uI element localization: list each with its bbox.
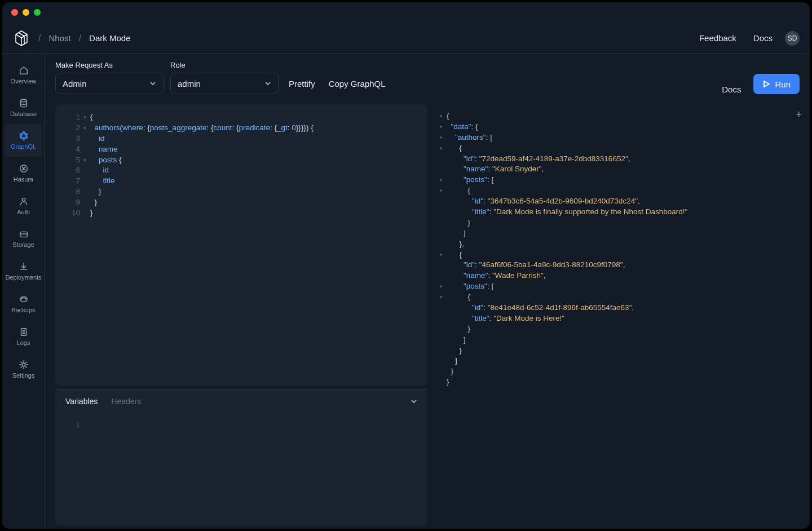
- fold-icon[interactable]: ▾: [440, 187, 444, 194]
- line-number: 6: [64, 165, 80, 176]
- play-icon: [762, 80, 770, 88]
- chevron-down-icon: [264, 80, 271, 87]
- code-line: ▾ {: [440, 250, 796, 260]
- graphql-icon: [19, 131, 29, 141]
- copy-graphql-button[interactable]: Copy GraphQL: [325, 73, 389, 94]
- role-value: admin: [178, 79, 201, 88]
- code-line: ▾ "authors": [: [440, 132, 796, 143]
- sidebar-item-label: GraphQL: [11, 143, 36, 150]
- code-line: 5▾ posts {: [64, 155, 418, 166]
- sidebar-item-label: Backups: [11, 307, 35, 313]
- code-line: "name": "Wade Parrish",: [440, 271, 796, 281]
- fold-icon[interactable]: ▾: [440, 145, 444, 152]
- svg-point-0: [20, 99, 27, 102]
- code-line: 9 }: [64, 197, 418, 208]
- deployments-icon: [19, 262, 29, 272]
- feedback-link[interactable]: Feedback: [699, 33, 736, 43]
- docs-link[interactable]: Docs: [753, 33, 773, 43]
- code-line: "title": "Dark Mode is Here!": [440, 313, 796, 324]
- fold-icon[interactable]: ▾: [440, 113, 444, 120]
- sidebar-item-label: Auth: [17, 209, 30, 215]
- fold-icon[interactable]: ▾: [440, 134, 444, 141]
- variables-tab[interactable]: Variables: [65, 397, 98, 406]
- sidebar-item-overview[interactable]: Overview: [2, 59, 45, 91]
- code-line: ▾ {: [440, 292, 796, 303]
- role-select[interactable]: admin: [170, 73, 279, 94]
- response-viewer[interactable]: + ▾{▾ "data": {▾ "authors": [▾ { "id": "…: [431, 101, 810, 529]
- code-line: "id": "72dead59-af42-4189-a37e-2dbd83316…: [440, 154, 796, 165]
- prettify-button[interactable]: Prettify: [285, 73, 319, 94]
- code-line: 3 id: [64, 134, 418, 144]
- maximize-window-icon[interactable]: [34, 9, 41, 16]
- breadcrumb-org[interactable]: Nhost: [48, 33, 70, 43]
- code-line: ▾ "data": {: [440, 122, 796, 132]
- code-line: "id": "3647b3c6-54a5-4d2b-9609-bd240d73d…: [440, 196, 796, 207]
- headers-tab[interactable]: Headers: [111, 397, 141, 406]
- auth-icon: [19, 196, 29, 206]
- sidebar-item-database[interactable]: Database: [2, 91, 45, 124]
- user-avatar[interactable]: SD: [785, 31, 800, 46]
- sidebar-item-graphql[interactable]: GraphQL: [5, 124, 42, 157]
- code-line: ▾ {: [440, 143, 796, 154]
- sidebar-item-label: Storage: [12, 241, 34, 248]
- code-line: 8 }: [64, 187, 418, 197]
- query-column: 1▾{2▾ authors(where: {posts_aggregate: {…: [52, 101, 431, 529]
- topbar: / Nhost / Dark Mode Feedback Docs SD: [2, 23, 810, 54]
- line-number: 5: [64, 155, 80, 166]
- add-tab-icon[interactable]: +: [796, 108, 802, 122]
- chevron-down-icon[interactable]: [411, 398, 417, 405]
- fold-icon[interactable]: ▾: [83, 114, 88, 121]
- code-line: ]: [440, 335, 796, 346]
- database-icon: [19, 98, 29, 108]
- fold-icon[interactable]: ▾: [440, 294, 444, 301]
- breadcrumb-project[interactable]: Dark Mode: [89, 33, 130, 43]
- settings-icon: [19, 360, 29, 370]
- run-button[interactable]: Run: [753, 74, 800, 94]
- fold-icon[interactable]: ▾: [83, 157, 88, 164]
- sidebar-item-hasura[interactable]: Hasura: [2, 157, 45, 189]
- logs-icon: [19, 327, 29, 337]
- variables-editor[interactable]: 1: [55, 413, 427, 525]
- sidebar-item-logs[interactable]: Logs: [2, 320, 45, 353]
- close-window-icon[interactable]: [11, 9, 18, 16]
- breadcrumb-sep: /: [38, 33, 41, 43]
- docs-explorer-link[interactable]: Docs: [722, 85, 741, 94]
- line-number: 2: [64, 123, 80, 134]
- sidebar-item-backups[interactable]: Backups: [2, 287, 45, 320]
- run-button-label: Run: [775, 79, 791, 89]
- storage-icon: [19, 229, 29, 239]
- code-line: ▾ "posts": [: [440, 175, 796, 185]
- fold-icon[interactable]: ▾: [440, 176, 444, 184]
- code-line: ▾ {: [440, 185, 796, 196]
- code-line: "id": "46af6f06-5ba1-4a9c-9dd3-88210c9f0…: [440, 260, 796, 271]
- code-line: 4 name: [64, 144, 418, 155]
- line-number: 4: [64, 144, 80, 155]
- app-frame: / Nhost / Dark Mode Feedback Docs SD Ove…: [2, 2, 810, 529]
- make-request-as-select[interactable]: Admin: [55, 73, 164, 94]
- line-number: 1: [64, 421, 80, 429]
- role-label: Role: [170, 61, 279, 69]
- window-titlebar: [2, 2, 810, 23]
- fold-icon[interactable]: ▾: [83, 125, 88, 132]
- graphql-toolbar: Make Request As Admin Role admin Prettif…: [45, 54, 810, 101]
- line-number: 8: [64, 187, 80, 197]
- fold-icon[interactable]: ▾: [440, 283, 444, 290]
- sidebar-item-deployments[interactable]: Deployments: [2, 255, 45, 287]
- fold-icon[interactable]: ▾: [440, 123, 444, 131]
- code-line: },: [440, 239, 796, 250]
- nhost-logo-icon[interactable]: [12, 29, 30, 47]
- svg-point-12: [22, 363, 25, 366]
- sidebar-item-auth[interactable]: Auth: [2, 189, 45, 222]
- fold-icon[interactable]: ▾: [440, 251, 444, 259]
- make-request-as-label: Make Request As: [55, 61, 164, 69]
- sidebar: OverviewDatabaseGraphQLHasuraAuthStorage…: [2, 54, 45, 529]
- svg-point-8: [22, 198, 25, 201]
- line-number: 3: [64, 134, 80, 144]
- sidebar-item-storage[interactable]: Storage: [2, 222, 45, 255]
- minimize-window-icon[interactable]: [23, 9, 29, 16]
- sidebar-item-settings[interactable]: Settings: [2, 353, 45, 386]
- svg-rect-9: [20, 232, 27, 237]
- query-editor[interactable]: 1▾{2▾ authors(where: {posts_aggregate: {…: [55, 104, 427, 386]
- code-line: ]: [440, 356, 796, 366]
- code-line: 7 title: [64, 176, 418, 187]
